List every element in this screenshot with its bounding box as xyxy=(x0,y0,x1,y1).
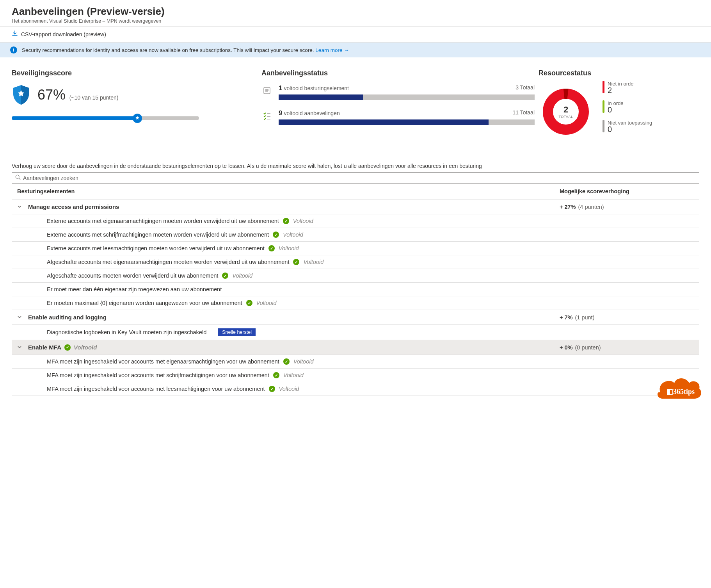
chevron-down-icon xyxy=(17,344,28,351)
chevron-down-icon xyxy=(17,204,28,210)
table-header: Besturingselementen Mogelijke scoreverho… xyxy=(12,184,699,200)
controls-progress-bar xyxy=(279,94,535,100)
recommendation-status-card: Aanbevelingsstatus 1voltooid besturingse… xyxy=(261,69,535,139)
quick-fix-badge[interactable]: Snelle herstel xyxy=(218,328,256,336)
control-group-row[interactable]: Enable auditing and logging+ 7%(1 punt) xyxy=(12,310,699,325)
search-icon xyxy=(15,175,21,181)
recommendations-status-row: 9voltooid aanbevelingen 11 Totaal xyxy=(261,109,535,125)
legend-item[interactable]: In orde0 xyxy=(603,100,652,114)
recs-progress-bar xyxy=(279,119,535,125)
check-icon: ✓ xyxy=(283,218,289,224)
security-score-bar xyxy=(12,116,199,120)
recommendation-row[interactable]: MFA moet zijn ingeschakeld voor accounts… xyxy=(12,382,699,396)
download-icon xyxy=(12,30,18,38)
recommendation-row[interactable]: Externe accounts met schrijfmachtigingen… xyxy=(12,228,699,242)
donut-total-label: TOTAAL xyxy=(558,115,573,119)
security-score-thumb xyxy=(133,114,142,123)
legend-item[interactable]: Niet in orde2 xyxy=(603,81,652,95)
controls-icon xyxy=(261,85,272,96)
shield-icon xyxy=(12,84,30,105)
resource-status-card: Resourcestatus 2 TOTAAL Niet in orde2In … xyxy=(535,69,699,139)
column-score[interactable]: Mogelijke scoreverhoging xyxy=(560,188,696,194)
toolbar: CSV-rapport downloaden (preview) xyxy=(0,27,711,43)
checklist-icon xyxy=(261,110,272,121)
recommendation-status-title: Aanbevelingsstatus xyxy=(261,69,535,77)
recommendation-row[interactable]: Er moet meer dan één eigenaar zijn toege… xyxy=(12,283,699,296)
check-icon: ✓ xyxy=(268,245,275,251)
info-icon: i xyxy=(10,46,17,53)
security-score-points: (~10 van 15 punten) xyxy=(69,94,119,101)
security-score-card: Beveiligingsscore 67% (~10 van 15 punten… xyxy=(12,69,261,139)
recommendation-row[interactable]: Er moeten maximaal {0} eigenaren worden … xyxy=(12,296,699,310)
check-icon: ✓ xyxy=(269,386,275,392)
resource-status-legend: Niet in orde2In orde0Niet van toepassing… xyxy=(603,81,652,139)
svg-point-3 xyxy=(16,175,19,178)
svg-text:◧365tips: ◧365tips xyxy=(667,388,695,396)
banner-text: Security recommendations for identity an… xyxy=(22,47,314,53)
check-icon: ✓ xyxy=(293,259,299,265)
recommendation-row[interactable]: Afgeschafte accounts moeten worden verwi… xyxy=(12,269,699,283)
recommendation-row[interactable]: Externe accounts met leesmachtigingen mo… xyxy=(12,242,699,255)
csv-download-link[interactable]: CSV-rapport downloaden (preview) xyxy=(21,31,106,37)
check-icon: ✓ xyxy=(222,273,228,279)
chevron-down-icon xyxy=(17,314,28,321)
legend-item[interactable]: Niet van toepassing0 xyxy=(603,120,652,134)
security-score-title: Beveiligingsscore xyxy=(12,69,261,77)
check-icon: ✓ xyxy=(273,372,279,378)
info-banner: i Security recommendations for identity … xyxy=(0,43,711,57)
page-subtitle: Het abonnement Visual Studio Enterprise … xyxy=(12,18,699,24)
banner-learn-more-link[interactable]: Learn more → xyxy=(315,47,349,53)
recommendation-row[interactable]: Externe accounts met eigenaarsmachtiging… xyxy=(12,214,699,228)
check-icon: ✓ xyxy=(273,232,279,238)
page-title: Aanbevelingen (Preview-versie) xyxy=(12,5,699,18)
column-controls[interactable]: Besturingselementen xyxy=(17,188,560,194)
recommendation-row[interactable]: MFA moet zijn ingeschakeld voor accounts… xyxy=(12,369,699,382)
controls-status-row: 1voltooid besturingselement 3 Totaal xyxy=(261,84,535,100)
check-icon: ✓ xyxy=(283,358,290,365)
control-group-row[interactable]: Enable MFA✓Voltooid+ 0%(0 punten) xyxy=(12,340,699,355)
donut-total: 2 xyxy=(563,105,568,115)
watermark-logo: ◧365tips xyxy=(657,375,704,404)
check-icon: ✓ xyxy=(246,300,252,306)
check-icon: ✓ xyxy=(64,344,71,351)
search-box[interactable]: Aanbevelingen zoeken xyxy=(12,172,699,184)
recommendation-row[interactable]: Diagnostische logboeken in Key Vault moe… xyxy=(12,325,699,340)
control-group-row[interactable]: Manage access and permissions+ 27%(4 pun… xyxy=(12,200,699,214)
recommendation-row[interactable]: Afgeschafte accounts met eigenaarsmachti… xyxy=(12,255,699,269)
page-header: Aanbevelingen (Preview-versie) Het abonn… xyxy=(0,0,711,27)
resource-status-donut: 2 TOTAAL xyxy=(539,84,593,139)
security-score-percent: 67% xyxy=(37,87,66,103)
intro-text: Verhoog uw score door de aanbevelingen i… xyxy=(12,163,699,169)
search-placeholder: Aanbevelingen zoeken xyxy=(23,175,78,181)
resource-status-title: Resourcestatus xyxy=(539,69,593,77)
recommendation-row[interactable]: MFA moet zijn ingeschakeld voor accounts… xyxy=(12,355,699,369)
